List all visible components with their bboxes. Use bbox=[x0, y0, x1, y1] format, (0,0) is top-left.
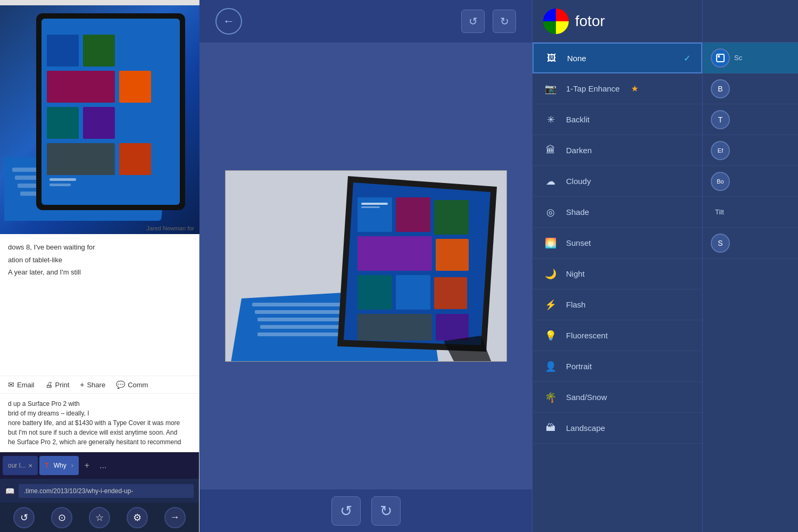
tab-favicon: T bbox=[45, 462, 48, 469]
filter-shade[interactable]: ◎ Shade bbox=[533, 197, 702, 228]
filter-night[interactable]: 🌙 Night bbox=[533, 259, 702, 289]
bo-icon: Bo bbox=[711, 172, 730, 191]
url-input[interactable] bbox=[19, 484, 194, 498]
filter-darken-label: Darken bbox=[566, 146, 592, 155]
article-byline: Jared Newman for bbox=[146, 225, 194, 231]
svg-rect-7 bbox=[47, 35, 79, 66]
none-icon: 🖼 bbox=[544, 51, 559, 65]
article-text-3: A year later, and I'm still bbox=[8, 267, 191, 278]
sunset-icon: 🌅 bbox=[543, 236, 558, 251]
article-text-4: d up a Surface Pro 2 with bbox=[8, 399, 191, 409]
back-button[interactable]: ← bbox=[215, 8, 242, 35]
tab-inactive[interactable]: our l... ✕ bbox=[3, 456, 38, 475]
filter-shade-label: Shade bbox=[566, 207, 589, 217]
fp2-tilt-button[interactable]: Tilt bbox=[703, 197, 798, 228]
night-icon: 🌙 bbox=[543, 267, 558, 281]
filter-sand-snow[interactable]: 🌴 Sand/Snow bbox=[533, 382, 702, 413]
back-browser-button[interactable]: ↺ bbox=[13, 507, 35, 528]
one-tap-icon: 📷 bbox=[543, 81, 558, 96]
redo-button[interactable]: ↻ bbox=[493, 10, 516, 33]
filter-landscape[interactable]: 🏔 Landscape bbox=[533, 413, 702, 444]
fp2-s-button[interactable]: S bbox=[703, 228, 798, 259]
undo-button[interactable]: ↺ bbox=[461, 10, 485, 33]
back-icon: ← bbox=[223, 14, 235, 28]
fp2-b-button[interactable]: B bbox=[703, 73, 798, 104]
svg-rect-9 bbox=[47, 71, 115, 103]
filter-sand-snow-label: Sand/Snow bbox=[566, 393, 607, 402]
filter-none-label: None bbox=[567, 54, 586, 63]
filter-fluorescent[interactable]: 💡 Fluorescent bbox=[533, 320, 702, 351]
filter-landscape-label: Landscape bbox=[566, 423, 605, 433]
article-actions: ✉ Email 🖨 Print + Share 💬 Comm bbox=[0, 376, 199, 394]
svg-rect-27 bbox=[358, 197, 392, 232]
filter-darken[interactable]: 🏛 Darken bbox=[533, 135, 702, 166]
fotor-logo bbox=[543, 9, 569, 34]
browser-panel: Jared Newman for dows 8, I've been waiti… bbox=[0, 0, 200, 532]
landscape-icon: 🏔 bbox=[543, 421, 558, 436]
scene-icon bbox=[711, 48, 730, 68]
editor-panel: ← ↺ ↻ bbox=[200, 0, 532, 532]
tab-active[interactable]: T Why › bbox=[39, 456, 78, 475]
filter-one-tap[interactable]: 📷 1-Tap Enhance ★ bbox=[533, 73, 702, 104]
share-icon: + bbox=[80, 380, 84, 389]
browser-top-bar bbox=[0, 0, 199, 5]
more-tabs-button[interactable]: ... bbox=[95, 459, 111, 472]
print-button[interactable]: 🖨 Print bbox=[45, 380, 70, 389]
svg-rect-31 bbox=[436, 239, 469, 271]
forward-browser-button[interactable]: → bbox=[164, 507, 186, 528]
tab-overview-button[interactable]: ⊙ bbox=[51, 507, 72, 528]
svg-rect-35 bbox=[358, 314, 432, 340]
filter-none[interactable]: 🖼 None ✓ bbox=[533, 43, 702, 73]
sand-snow-icon: 🌴 bbox=[543, 390, 558, 405]
tab-close-icon[interactable]: ✕ bbox=[28, 463, 32, 469]
filter-cloudy[interactable]: ☁ Cloudy bbox=[533, 166, 702, 197]
fp2-t-button[interactable]: T bbox=[703, 104, 798, 135]
editor-top-bar: ← ↺ ↻ bbox=[200, 0, 532, 43]
svg-rect-10 bbox=[119, 71, 151, 103]
svg-rect-38 bbox=[361, 206, 380, 208]
comment-icon: 💬 bbox=[116, 380, 125, 389]
svg-rect-30 bbox=[358, 236, 432, 271]
svg-rect-37 bbox=[361, 203, 388, 205]
filter-sunset[interactable]: 🌅 Sunset bbox=[533, 228, 702, 259]
filter-night-label: Night bbox=[566, 269, 585, 278]
article-more-content: d up a Surface Pro 2 with brid of my dre… bbox=[0, 394, 199, 452]
surface-pro-link[interactable]: Surface Pro 2 bbox=[28, 400, 66, 408]
svg-rect-29 bbox=[434, 200, 469, 235]
s-icon: S bbox=[711, 234, 730, 253]
svg-rect-32 bbox=[358, 275, 392, 310]
filter-cloudy-label: Cloudy bbox=[566, 177, 591, 186]
browser-tabs: our l... ✕ T Why › + ... bbox=[0, 452, 199, 479]
email-button[interactable]: ✉ Email bbox=[8, 380, 35, 389]
filter-flash[interactable]: ⚡ Flash bbox=[533, 289, 702, 320]
filter-backlit[interactable]: ✳ Backlit bbox=[533, 104, 702, 135]
fp2-bo-button[interactable]: Bo bbox=[703, 166, 798, 197]
b-icon: B bbox=[711, 79, 730, 98]
svg-rect-33 bbox=[396, 275, 430, 310]
fp2-scene-button[interactable]: Sc bbox=[703, 43, 798, 73]
scene-label: Sc bbox=[734, 54, 742, 62]
svg-rect-14 bbox=[47, 143, 115, 175]
filter-portrait[interactable]: 👤 Portrait bbox=[533, 351, 702, 382]
rotate-right-button[interactable]: ↻ bbox=[371, 496, 401, 526]
filter-sunset-label: Sunset bbox=[566, 238, 591, 247]
favorites-button[interactable]: ☆ bbox=[89, 507, 110, 528]
svg-rect-28 bbox=[396, 197, 430, 232]
rotate-left-icon: ↺ bbox=[340, 502, 352, 520]
hybrid-link[interactable]: brid of my dreams bbox=[8, 410, 59, 417]
svg-rect-36 bbox=[436, 314, 469, 340]
filter-flash-label: Flash bbox=[566, 300, 586, 309]
cloudy-icon: ☁ bbox=[543, 174, 558, 189]
share-button[interactable]: + Share bbox=[80, 380, 105, 389]
filters-panel-2: Sc B T Ef Bo Tilt S bbox=[702, 0, 798, 532]
settings-button[interactable]: ⚙ bbox=[127, 507, 148, 528]
comment-button[interactable]: 💬 Comm bbox=[116, 380, 148, 389]
fp2-effect-button[interactable]: Ef bbox=[703, 135, 798, 166]
new-tab-button[interactable]: + bbox=[80, 459, 94, 472]
rotate-left-button[interactable]: ↺ bbox=[331, 496, 361, 526]
tab-forward-icon: › bbox=[71, 462, 73, 469]
edit-action-buttons: ↺ ↻ bbox=[461, 10, 516, 33]
svg-rect-16 bbox=[49, 178, 76, 181]
filter-check-icon: ✓ bbox=[684, 53, 691, 63]
darken-icon: 🏛 bbox=[543, 143, 558, 158]
